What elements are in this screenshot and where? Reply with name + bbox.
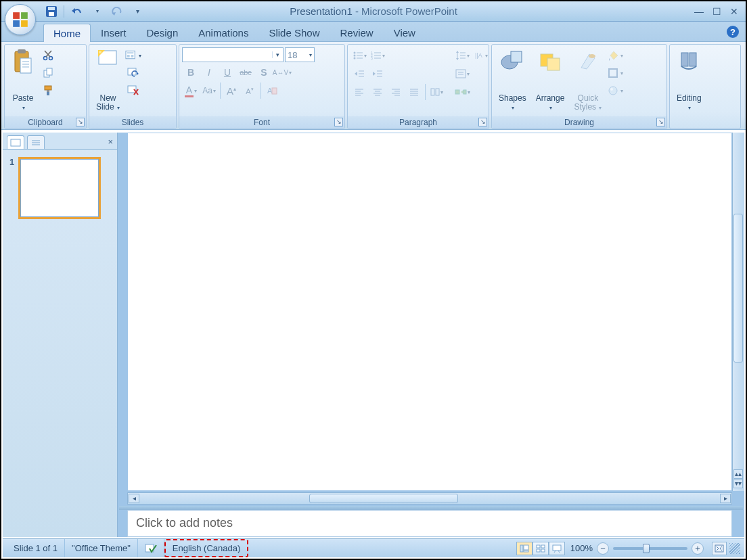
font-size-combo[interactable]: 18▾: [285, 47, 315, 62]
tab-animations[interactable]: Animations: [188, 23, 258, 41]
columns-button[interactable]: ▾: [428, 84, 445, 100]
status-spellcheck[interactable]: [138, 539, 164, 557]
numbering-button[interactable]: 123▾: [369, 47, 386, 64]
shape-fill-button[interactable]: ▾: [607, 47, 623, 64]
cut-button[interactable]: [40, 47, 56, 64]
save-button[interactable]: [42, 3, 61, 20]
paragraph-launcher[interactable]: ↘: [478, 118, 487, 126]
editing-button[interactable]: Editing▾: [673, 47, 706, 114]
zoom-slider-thumb[interactable]: [643, 544, 650, 553]
svg-rect-92: [609, 69, 617, 77]
notes-pane[interactable]: Click to add notes: [127, 510, 732, 537]
bullets-button[interactable]: ▾: [350, 47, 368, 64]
vertical-scrollbar[interactable]: ▴▴ ▾▾: [732, 133, 744, 491]
arrange-button[interactable]: Arrange▾: [532, 47, 569, 114]
align-text-button[interactable]: ▾: [453, 66, 471, 82]
tab-insert[interactable]: Insert: [91, 23, 137, 41]
new-slide-button[interactable]: New Slide ▾: [92, 47, 124, 114]
slide-thumbnail[interactable]: 1: [9, 157, 110, 219]
view-sorter-button[interactable]: [533, 542, 549, 555]
justify-button[interactable]: [405, 84, 423, 100]
horizontal-scrollbar[interactable]: ◂ ▸: [127, 492, 732, 505]
slide-canvas[interactable]: [127, 133, 732, 491]
status-slide-number[interactable]: Slide 1 of 1: [7, 539, 65, 557]
underline-button[interactable]: U: [219, 64, 236, 80]
tab-review[interactable]: Review: [330, 23, 383, 41]
horizontal-scroll-thumb[interactable]: [309, 494, 458, 503]
align-center-button[interactable]: [369, 84, 386, 100]
vertical-scroll-thumb[interactable]: [733, 214, 743, 363]
shape-effects-button[interactable]: ▾: [607, 83, 623, 99]
text-direction-button[interactable]: ||A▾: [472, 47, 489, 64]
grow-font-button[interactable]: A▴: [223, 83, 240, 99]
fit-to-window-button[interactable]: [712, 542, 727, 555]
svg-rect-6: [49, 12, 54, 16]
paste-button[interactable]: Paste▾: [7, 47, 39, 114]
prev-slide-button[interactable]: ▴▴: [733, 469, 743, 479]
tab-design[interactable]: Design: [137, 23, 189, 41]
font-name-combo[interactable]: ▾: [182, 47, 284, 62]
drawing-launcher[interactable]: ↘: [656, 118, 665, 126]
pane-tab-slides[interactable]: [7, 135, 24, 149]
view-slideshow-button[interactable]: [549, 542, 565, 555]
increase-indent-button[interactable]: [369, 66, 386, 82]
pane-tab-outline[interactable]: [27, 135, 45, 149]
align-left-button[interactable]: [350, 84, 368, 100]
shape-outline-button[interactable]: ▾: [607, 65, 623, 81]
redo-button[interactable]: [108, 3, 127, 20]
maximize-button[interactable]: ☐: [709, 5, 724, 18]
change-case-button[interactable]: Aa▾: [200, 83, 218, 99]
shapes-button[interactable]: Shapes▾: [495, 47, 530, 114]
shrink-font-button[interactable]: A▾: [241, 83, 258, 99]
char-spacing-button[interactable]: A↔V▾: [273, 64, 291, 80]
next-slide-button[interactable]: ▾▾: [733, 479, 743, 488]
hscroll-right-icon[interactable]: ▸: [720, 494, 731, 503]
close-button[interactable]: ✕: [727, 5, 742, 18]
convert-smartart-button[interactable]: ▾: [453, 84, 471, 100]
tab-view[interactable]: View: [384, 23, 426, 41]
delete-slide-button[interactable]: [125, 83, 141, 99]
text-shadow-button[interactable]: S: [255, 64, 273, 80]
svg-rect-73: [436, 89, 439, 95]
tab-home[interactable]: Home: [43, 24, 91, 42]
status-bar: Slide 1 of 1 "Office Theme" English (Can…: [3, 538, 744, 557]
zoom-slider[interactable]: [613, 547, 687, 550]
decrease-indent-button[interactable]: [350, 66, 368, 82]
copy-button[interactable]: [40, 65, 56, 81]
layout-button[interactable]: ▾: [125, 47, 141, 64]
font-color-button[interactable]: A▾: [182, 83, 200, 99]
help-icon[interactable]: ?: [727, 26, 739, 38]
bold-button[interactable]: B: [182, 64, 200, 80]
pane-close-button[interactable]: ×: [108, 137, 113, 147]
zoom-percent[interactable]: 100%: [570, 543, 593, 553]
italic-button[interactable]: I: [200, 64, 218, 80]
group-clipboard: Paste▾ Clipboard↘: [4, 44, 87, 129]
strikethrough-button[interactable]: abc: [237, 64, 254, 80]
zoom-out-button[interactable]: −: [597, 542, 609, 555]
minimize-button[interactable]: —: [692, 5, 706, 18]
clear-format-button[interactable]: A: [263, 83, 281, 99]
undo-button[interactable]: [67, 3, 86, 20]
zoom-in-button[interactable]: +: [692, 542, 704, 555]
clipboard-launcher[interactable]: ↘: [76, 118, 85, 126]
status-theme[interactable]: "Office Theme": [65, 539, 138, 557]
thumbnail-preview[interactable]: [18, 157, 101, 219]
align-right-button[interactable]: [387, 84, 405, 100]
resize-grip[interactable]: [729, 543, 740, 554]
font-launcher[interactable]: ↘: [334, 118, 343, 126]
svg-rect-105: [537, 545, 540, 548]
view-buttons: [516, 542, 565, 555]
status-language[interactable]: English (Canada): [164, 539, 248, 557]
line-spacing-button[interactable]: ▾: [453, 47, 471, 64]
hscroll-left-icon[interactable]: ◂: [129, 494, 139, 503]
view-normal-button[interactable]: [516, 542, 533, 555]
tab-slide-show[interactable]: Slide Show: [258, 23, 330, 41]
reset-slide-button[interactable]: [125, 65, 141, 81]
svg-rect-112: [715, 545, 723, 552]
svg-line-113: [717, 546, 719, 549]
format-painter-button[interactable]: [40, 83, 56, 99]
quick-styles-button[interactable]: Quick Styles ▾: [570, 47, 606, 114]
office-button[interactable]: [5, 4, 36, 35]
undo-more-button[interactable]: ▾: [87, 3, 106, 20]
qat-customize-button[interactable]: ▾: [128, 3, 147, 20]
